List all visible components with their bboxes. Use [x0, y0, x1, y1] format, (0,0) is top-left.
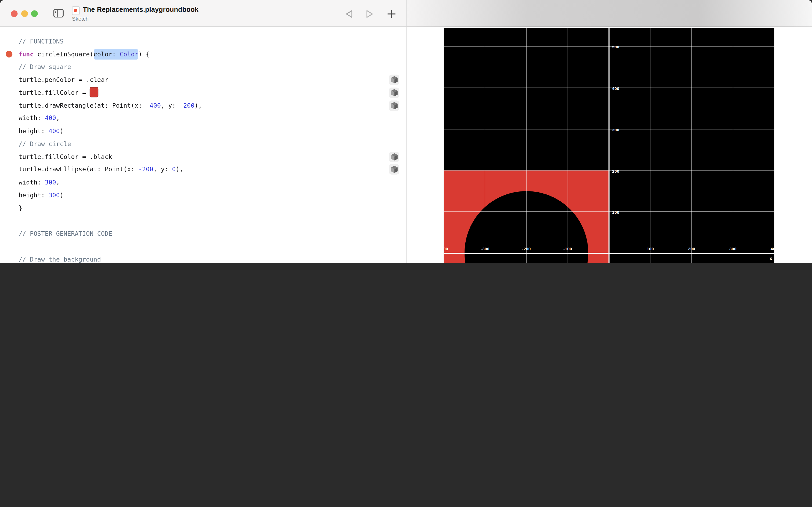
y-scale-label: 500	[612, 45, 620, 49]
code-token: // Draw the background	[18, 256, 101, 263]
code-token: )	[60, 192, 64, 199]
code-token: 400	[45, 115, 56, 122]
x-scale-label: 100	[647, 246, 654, 251]
code-line[interactable]: }	[0, 202, 406, 215]
code-editor[interactable]: // FUNCTIONSfunc circleInSquare(color: C…	[0, 27, 406, 263]
add-icon[interactable]	[386, 8, 397, 19]
sidebar-toggle-icon[interactable]	[53, 9, 64, 18]
code-token: -200	[180, 102, 195, 109]
playground-doc-icon	[72, 6, 80, 15]
gridline	[733, 28, 733, 263]
x-scale-label: 400	[771, 246, 774, 251]
code-line[interactable]: turtle.fillColor =	[0, 86, 406, 99]
x-scale-label: -300	[481, 246, 489, 251]
minimize-button[interactable]	[21, 10, 27, 17]
y-scale-label: 200	[612, 169, 620, 173]
show-result-button[interactable]	[389, 101, 399, 111]
code-token: ),	[194, 102, 202, 109]
code-line[interactable]	[0, 215, 406, 227]
code-token: ,	[56, 115, 60, 122]
cube-icon	[390, 76, 398, 84]
cube-icon	[390, 153, 398, 161]
code-token: -400	[146, 102, 161, 109]
code-token: turtle.drawEllipse(at: Point(x:	[18, 166, 138, 173]
playgrounds-window: The Replacements.playgroundbook Sketch /…	[0, 0, 812, 263]
code-token: func	[18, 51, 34, 58]
code-line[interactable]: // POSTER GENERATION CODE	[0, 227, 406, 240]
x-scale-label: -100	[563, 246, 572, 251]
zoom-button[interactable]	[31, 10, 38, 17]
close-button[interactable]	[11, 10, 18, 17]
color-swatch-red[interactable]	[90, 87, 99, 98]
code-line[interactable]: width: 300,	[0, 176, 406, 189]
show-result-button[interactable]	[389, 75, 399, 85]
code-token: ,	[56, 179, 60, 186]
code-token: 300	[45, 179, 56, 186]
code-line[interactable]: // Draw circle	[0, 137, 406, 150]
code-token: // POSTER GENERATION CODE	[18, 230, 112, 237]
code-token: turtle.fillColor =	[18, 89, 90, 97]
y-axis-line	[608, 28, 610, 263]
window-title: The Replacements.playgroundbook	[83, 6, 199, 13]
show-result-button[interactable]	[389, 164, 399, 175]
code-line[interactable]: turtle.fillColor = .black	[0, 150, 406, 163]
x-axis-name-label: x	[769, 256, 772, 261]
show-result-button[interactable]	[389, 88, 399, 98]
gridline	[567, 28, 568, 263]
code-token: 0	[172, 166, 176, 173]
y-scale-label: 400	[612, 86, 620, 91]
live-view-pane: 500400300200100-100-200-300-400-500-400-…	[407, 27, 812, 263]
cube-icon	[390, 89, 398, 97]
x-scale-label: 300	[729, 246, 737, 251]
code-line[interactable]: turtle.penColor = .clear	[0, 73, 406, 87]
gridline	[526, 28, 527, 263]
x-scale-label: -400	[444, 246, 448, 251]
y-scale-label: 300	[612, 127, 620, 132]
code-token: // Draw square	[18, 63, 71, 71]
forward-icon[interactable]	[364, 8, 375, 19]
code-token: width:	[18, 179, 45, 186]
gridline	[485, 28, 485, 263]
code-line[interactable]: // Draw square	[0, 61, 406, 73]
code-line[interactable]: height: 400)	[0, 125, 406, 137]
code-token: // FUNCTIONS	[18, 38, 63, 45]
code-token: , y:	[153, 166, 172, 173]
code-token: width:	[18, 115, 45, 122]
show-result-button[interactable]	[389, 152, 399, 162]
selection-highlight: color: Color	[94, 49, 138, 60]
back-icon[interactable]	[343, 8, 355, 19]
code-token: turtle.fillColor = .black	[18, 153, 112, 160]
code-line[interactable]	[0, 240, 406, 253]
code-line[interactable]: height: 300)	[0, 189, 406, 202]
code-token: Color	[120, 51, 138, 58]
code-token: height:	[18, 127, 48, 135]
titlebar: The Replacements.playgroundbook Sketch	[0, 0, 406, 27]
code-token: , y:	[161, 102, 180, 109]
code-line[interactable]: // Draw the background	[0, 253, 406, 263]
code-token: 300	[49, 192, 60, 199]
code-token: )	[60, 127, 64, 135]
gridline	[650, 28, 651, 263]
code-token: ),	[176, 166, 183, 173]
titlebar-liveview	[406, 0, 812, 27]
gridline	[691, 28, 692, 263]
code-token: ) {	[138, 51, 150, 58]
code-line[interactable]: turtle.drawEllipse(at: Point(x: -200, y:…	[0, 163, 406, 176]
code-line[interactable]: func circleInSquare(color: Color) {	[0, 48, 406, 61]
code-token: circleInSquare(	[34, 51, 94, 58]
x-scale-label: 200	[688, 246, 695, 251]
code-token: turtle.penColor = .clear	[18, 76, 108, 83]
code-token: height:	[18, 192, 48, 199]
drawing-canvas: 500400300200100-100-200-300-400-500-400-…	[444, 28, 774, 263]
code-token: }	[18, 204, 22, 212]
code-line[interactable]: width: 400,	[0, 112, 406, 125]
cube-icon	[390, 165, 398, 174]
x-scale-label: -200	[522, 246, 531, 251]
code-line[interactable]: turtle.drawRectangle(at: Point(x: -400, …	[0, 99, 406, 112]
code-token: color:	[94, 51, 120, 58]
code-line[interactable]: // FUNCTIONS	[0, 35, 406, 48]
code-token: -200	[138, 166, 153, 173]
x-axis-line	[444, 252, 774, 253]
code-token: // Draw circle	[18, 140, 71, 148]
code-area: // FUNCTIONSfunc circleInSquare(color: C…	[0, 35, 406, 263]
